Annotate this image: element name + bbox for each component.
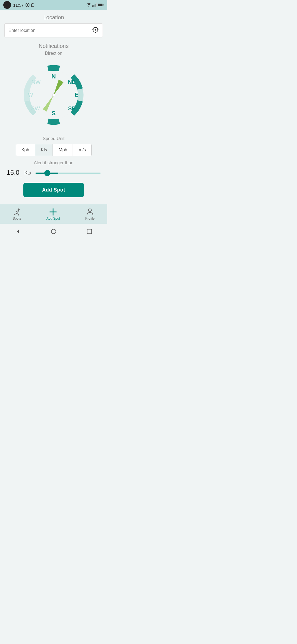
- spots-icon: [13, 208, 21, 216]
- system-nav: [0, 224, 107, 241]
- status-time: 11:57: [13, 3, 24, 7]
- alert-slider[interactable]: [35, 173, 101, 174]
- back-button[interactable]: [13, 227, 23, 236]
- svg-point-1: [27, 4, 28, 6]
- speed-unit-selector[interactable]: Kph Kts Mph m/s: [4, 144, 103, 156]
- nav-add-spot[interactable]: Add Spot: [41, 207, 65, 222]
- nav-profile[interactable]: Profile: [80, 207, 100, 222]
- status-icons: [25, 3, 35, 7]
- compass-SW: SW: [31, 105, 40, 111]
- direction-label: Direction: [4, 51, 103, 56]
- compass-container: N NE E SE S SW W NW: [18, 59, 89, 131]
- home-button[interactable]: [49, 227, 59, 236]
- nav-profile-label: Profile: [85, 217, 95, 220]
- status-bar: 11:57: [0, 0, 107, 10]
- svg-rect-3: [32, 3, 33, 4]
- compass-wrapper: N NE E SE S SW W NW: [4, 59, 103, 131]
- signal-icon: [92, 3, 97, 7]
- status-right-icons: [86, 3, 104, 7]
- svg-point-12: [95, 29, 96, 31]
- svg-rect-31: [87, 229, 92, 234]
- profile-icon: [86, 208, 94, 216]
- speed-unit-kph[interactable]: Kph: [16, 144, 35, 156]
- speed-unit-label: Speed Unit: [4, 136, 103, 141]
- nav-spots-label: Spots: [13, 217, 21, 220]
- svg-rect-6: [95, 4, 95, 7]
- speed-unit-ms[interactable]: m/s: [73, 144, 92, 156]
- add-spot-button[interactable]: Add Spot: [23, 183, 84, 197]
- alert-unit: Kts: [24, 171, 33, 176]
- nav-spots[interactable]: Spots: [7, 207, 27, 222]
- svg-rect-9: [98, 4, 102, 6]
- compass-NW: NW: [31, 79, 40, 85]
- compass-E: E: [75, 92, 78, 98]
- svg-point-30: [51, 229, 56, 234]
- svg-rect-5: [94, 5, 94, 7]
- nav-add-spot-label: Add Spot: [46, 217, 60, 220]
- compass-S: S: [52, 110, 56, 117]
- speed-unit-kts[interactable]: Kts: [35, 144, 53, 156]
- svg-rect-10: [103, 4, 104, 5]
- svg-rect-2: [31, 4, 34, 6]
- compass-svg: N NE E SE S SW W NW: [18, 59, 89, 131]
- svg-rect-7: [96, 3, 97, 7]
- speed-unit-mph[interactable]: Mph: [53, 144, 73, 156]
- battery-icon: [98, 3, 104, 7]
- compass-N: N: [51, 73, 56, 80]
- compass-SE: SE: [68, 105, 76, 111]
- gps-icon[interactable]: [92, 26, 99, 34]
- svg-point-21: [18, 209, 20, 211]
- add-spot-nav-icon: [49, 208, 57, 216]
- notifications-title: Notifications: [4, 43, 103, 49]
- bottom-nav: Spots Add Spot Profile: [0, 204, 107, 224]
- svg-point-20: [52, 94, 55, 96]
- svg-marker-29: [17, 230, 19, 234]
- compass-NE: NE: [68, 79, 76, 85]
- wifi-icon: [86, 3, 91, 7]
- camera-cutout: [3, 1, 11, 9]
- alert-label: Alert if stronger than: [4, 160, 103, 165]
- media-icon: [25, 3, 30, 7]
- main-content: Location Tarifa, ES Notifications Direct…: [0, 10, 107, 204]
- svg-line-24: [18, 213, 19, 215]
- recent-button[interactable]: [84, 227, 94, 236]
- location-title: Location: [4, 14, 103, 21]
- compass-W: W: [28, 92, 33, 98]
- svg-line-23: [14, 213, 18, 215]
- svg-rect-4: [92, 6, 93, 7]
- alert-row: 15.0 Kts: [4, 169, 103, 177]
- location-input-wrapper[interactable]: Tarifa, ES: [4, 23, 103, 37]
- location-input[interactable]: Tarifa, ES: [9, 28, 92, 33]
- clipboard-icon: [31, 3, 35, 7]
- svg-point-28: [88, 209, 91, 212]
- alert-value: 15.0: [7, 169, 22, 177]
